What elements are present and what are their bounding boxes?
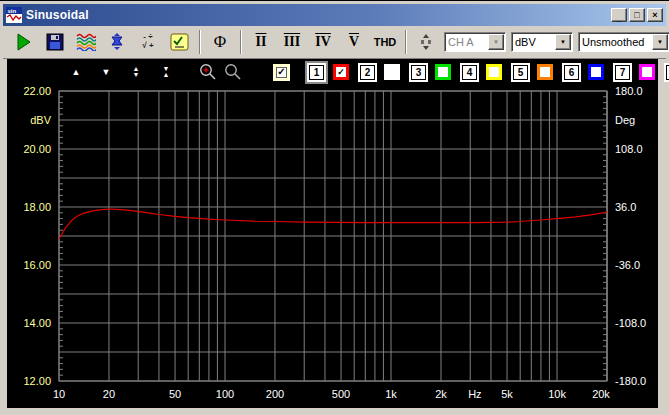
harmonic-5-label: V [349, 34, 359, 50]
window-title: Sinusoidal [26, 8, 611, 22]
overlay-button-3[interactable]: 3 [411, 65, 426, 80]
harmonic-3-button[interactable]: III [279, 29, 305, 55]
x-axis-tick-label: 1k [385, 388, 397, 400]
close-button[interactable]: × [647, 8, 663, 22]
x-axis-tick-label: 5k [501, 388, 513, 400]
overlay-group-8: 8 [661, 64, 669, 80]
overlay-group-6: 6 [559, 64, 604, 80]
smoothing-dropdown-arrow[interactable]: ▼ [652, 34, 668, 50]
frequency-response-plot[interactable]: 22.00dBV20.0018.0016.0014.0012.00180.0De… [7, 59, 658, 408]
overlay-group-5: 5 [508, 64, 553, 80]
overlay-button-5[interactable]: 5 [513, 65, 528, 80]
harmonic-5-button[interactable]: V [341, 29, 367, 55]
app-window: sin Sinusoidal _ □ × [0, 0, 669, 415]
left-axis-tick-label: 18.00 [23, 201, 51, 213]
toolbar-separator [240, 30, 242, 54]
smoothing-select[interactable]: Unsmoothed ▼ [578, 32, 669, 52]
overlay-button-6[interactable]: 6 [564, 65, 579, 80]
x-axis-tick-label: 500 [332, 388, 350, 400]
scale-down-button[interactable]: ▼ [99, 68, 113, 77]
left-axis-tick-label: 14.00 [23, 317, 51, 329]
phi-icon: Φ [214, 32, 226, 52]
left-axis-tick-label: 12.00 [23, 375, 51, 387]
overlay-curves-button[interactable] [73, 29, 99, 55]
harmonic-3-label: III [284, 34, 300, 50]
svg-text:sin: sin [8, 8, 17, 14]
title-bar[interactable]: sin Sinusoidal _ □ × [3, 4, 666, 26]
setup-button[interactable] [166, 29, 192, 55]
toolbar-separator [405, 30, 407, 54]
compress-range-button[interactable]: ▼▲ [159, 66, 173, 77]
unit-dropdown-arrow[interactable]: ▼ [555, 34, 571, 50]
maximize-button[interactable]: □ [629, 8, 645, 22]
channel-select: CH A ▼ [444, 32, 506, 52]
x-axis-unit: Hz [468, 388, 481, 400]
blue-gain-icon [109, 33, 125, 51]
zoom-in-button[interactable] [199, 63, 217, 81]
fit-vertical-button[interactable] [413, 29, 439, 55]
overlay-checkbox-3[interactable] [435, 64, 451, 80]
expand-range-button[interactable]: ▲▼ [129, 66, 143, 77]
x-axis-tick-label: 20k [592, 388, 610, 400]
channel-dropdown-arrow: ▼ [488, 34, 504, 50]
app-sin-icon: sin [6, 7, 22, 23]
overlay-checkbox-7[interactable] [639, 64, 655, 80]
x-axis-tick-label: 100 [216, 388, 234, 400]
overlay-checkbox-5[interactable] [537, 64, 553, 80]
x-axis-tick-label: 10 [53, 388, 65, 400]
right-axis-tick-label: -36.0 [615, 259, 640, 271]
play-icon [15, 33, 33, 51]
unit-select[interactable]: dBV ▼ [511, 32, 573, 52]
overlay-button-2[interactable]: 2 [360, 65, 375, 80]
show-curve-checkbox[interactable]: ✓ [273, 64, 290, 81]
harmonic-4-label: IV [315, 34, 331, 50]
right-axis-tick-label: 108.0 [615, 143, 643, 155]
x-axis-tick-label: 2k [435, 388, 447, 400]
start-measurement-button[interactable] [11, 29, 37, 55]
smoothing-value: Unsmoothed [579, 36, 652, 48]
left-axis-unit: dBV [30, 114, 51, 126]
left-axis-tick-label: 16.00 [23, 259, 51, 271]
overlay-button-4[interactable]: 4 [462, 65, 477, 80]
x-axis-tick-label: 50 [169, 388, 181, 400]
calculator-button[interactable]: - ÷ √ + [135, 29, 161, 55]
thd-label: THD [374, 36, 397, 48]
overlay-checkbox-1[interactable]: ✓ [333, 64, 349, 80]
magnitude-response-curve [59, 209, 607, 239]
thd-button[interactable]: THD [372, 29, 398, 55]
unit-value: dBV [512, 36, 555, 48]
x-axis-tick-label: 10k [548, 388, 566, 400]
left-axis-tick-label: 20.00 [23, 143, 51, 155]
show-curve-checkmark: ✓ [276, 67, 287, 78]
multicolor-waves-icon [76, 33, 96, 51]
left-axis-tick-label: 22.00 [23, 85, 51, 97]
overlay-group-2: 2 [355, 64, 400, 80]
overlay-button-7[interactable]: 7 [615, 65, 630, 80]
right-axis-unit: Deg [615, 114, 635, 126]
overlay-button-1[interactable]: 1 [309, 65, 324, 80]
checklist-icon [170, 33, 189, 51]
minimize-button[interactable]: _ [611, 8, 627, 22]
channel-value: CH A [445, 36, 488, 48]
scale-up-button[interactable]: ▲ [69, 68, 83, 77]
right-axis-tick-label: -180.0 [615, 375, 646, 387]
phase-button[interactable]: Φ [207, 29, 233, 55]
harmonic-4-button[interactable]: IV [310, 29, 336, 55]
save-button[interactable] [42, 29, 68, 55]
overlay-group-4: 4 [457, 64, 502, 80]
overlay-group-1: 1 ✓ [304, 64, 349, 80]
overlay-checkbox-6[interactable] [588, 64, 604, 80]
fit-range-icon [419, 34, 433, 50]
overlay-checkbox-2[interactable] [384, 64, 400, 80]
overlay-checkbox-4[interactable] [486, 64, 502, 80]
overlay-group-3: 3 [406, 64, 451, 80]
right-axis-tick-label: -108.0 [615, 317, 646, 329]
scale-gain-button[interactable] [104, 29, 130, 55]
graph-controls-row: ▲ ▼ ▲▼ ▼▲ ✓ 1 ✓ [7, 59, 658, 85]
x-axis-tick-label: 20 [103, 388, 115, 400]
harmonic-2-button[interactable]: II [248, 29, 274, 55]
harmonic-2-label: II [256, 34, 267, 50]
zoom-out-button[interactable] [224, 63, 242, 81]
overlay-group-7: 7 [610, 64, 655, 80]
right-axis-tick-label: 180.0 [615, 85, 643, 97]
